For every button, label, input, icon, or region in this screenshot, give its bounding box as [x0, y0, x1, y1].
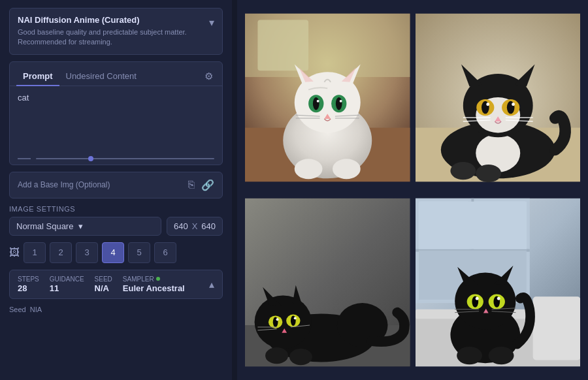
- prompt-weight-slider[interactable]: [36, 158, 214, 159]
- panel-divider: [232, 0, 237, 380]
- model-description: Good baseline quality and predictable su…: [18, 27, 209, 48]
- image-card-3[interactable]: [245, 193, 410, 372]
- size-row: Normal Square ▾ 640 X 640: [9, 217, 223, 236]
- step-btn-1[interactable]: 1: [24, 242, 46, 263]
- image-card-1[interactable]: [245, 8, 410, 187]
- image-card-4[interactable]: [416, 193, 581, 372]
- svg-point-35: [486, 103, 489, 106]
- size-select-value: Normal Square: [16, 221, 73, 231]
- svg-point-82: [475, 297, 478, 300]
- svg-rect-69: [418, 202, 526, 249]
- prompt-footer: [10, 154, 222, 165]
- svg-point-48: [255, 295, 312, 349]
- settings-gear-button[interactable]: ⚙: [202, 68, 216, 85]
- svg-point-13: [336, 97, 342, 110]
- cat-image-2: [416, 8, 581, 187]
- svg-point-59: [289, 349, 312, 365]
- model-name: NAI Diffusion Anime (Curated): [18, 15, 209, 25]
- svg-point-36: [512, 103, 515, 106]
- chevron-down-icon: ▾: [209, 16, 214, 29]
- svg-point-21: [295, 159, 323, 179]
- svg-point-55: [276, 318, 279, 321]
- base-image-label: Add a Base Img (Optional): [18, 180, 110, 189]
- image-settings-section: Image Settings Normal Square ▾ 640 X 640: [9, 205, 223, 236]
- sampler-param: Sampler Euler Ancestral: [123, 276, 185, 293]
- svg-point-58: [265, 347, 288, 364]
- step-btn-3[interactable]: 3: [76, 242, 98, 263]
- width-value: 640: [174, 221, 188, 231]
- height-value: 640: [201, 221, 216, 231]
- steps-param: Steps 28: [18, 276, 39, 293]
- size-chevron-icon: ▾: [78, 221, 83, 231]
- guidance-param: Guidance 11: [50, 276, 84, 293]
- seed-nia-row: Seed NIA: [9, 306, 223, 313]
- svg-point-22: [333, 159, 361, 179]
- size-select-wrapper[interactable]: Normal Square ▾: [9, 217, 161, 236]
- svg-point-83: [497, 297, 500, 300]
- guidance-param-value: 11: [50, 283, 84, 293]
- svg-point-89: [457, 347, 482, 364]
- svg-point-56: [294, 317, 297, 319]
- model-info: NAI Diffusion Anime (Curated) Good basel…: [18, 15, 209, 48]
- prompt-input[interactable]: cat: [10, 86, 222, 151]
- svg-point-12: [313, 97, 319, 110]
- base-image-row: Add a Base Img (Optional) ⎘ 🔗: [9, 172, 223, 198]
- svg-point-14: [317, 100, 319, 103]
- slider-marker: [18, 158, 31, 159]
- prompt-tabs: Prompt Undesired Content ⚙: [10, 62, 222, 86]
- copy-image-button[interactable]: ⎘: [188, 179, 195, 191]
- params-chevron-up-icon[interactable]: ▴: [209, 278, 214, 291]
- svg-point-90: [488, 347, 514, 364]
- size-x-label: X: [192, 221, 198, 231]
- svg-rect-2: [257, 20, 308, 71]
- guidance-param-label: Guidance: [50, 276, 84, 283]
- step-btn-6[interactable]: 6: [154, 242, 176, 263]
- sampler-param-label: Sampler: [123, 276, 185, 283]
- seed-nia-value: NIA: [30, 306, 42, 313]
- steps-icon: 🖼: [9, 247, 20, 259]
- seed-param-value: N/A: [95, 283, 112, 293]
- svg-point-42: [450, 162, 476, 180]
- step-btn-5[interactable]: 5: [128, 242, 150, 263]
- left-panel: NAI Diffusion Anime (Curated) Good basel…: [0, 0, 232, 380]
- tab-prompt[interactable]: Prompt: [16, 67, 59, 86]
- cat-image-4: [416, 193, 581, 372]
- svg-rect-73: [532, 296, 580, 360]
- model-selector[interactable]: NAI Diffusion Anime (Curated) Good basel…: [9, 8, 223, 55]
- sampler-status-dot: [156, 277, 160, 281]
- steps-row: 🖼 1 2 3 4 5 6: [9, 242, 223, 263]
- steps-param-value: 28: [18, 283, 39, 293]
- image-card-2[interactable]: [416, 8, 581, 187]
- image-gallery: [237, 0, 588, 380]
- size-dimensions: 640 X 640: [167, 217, 223, 236]
- tab-undesired[interactable]: Undesired Content: [59, 67, 143, 86]
- sampler-param-value: Euler Ancestral: [123, 283, 185, 293]
- prompt-section: Prompt Undesired Content ⚙ cat: [9, 61, 223, 165]
- steps-param-label: Steps: [18, 276, 39, 283]
- step-btn-2[interactable]: 2: [50, 242, 72, 263]
- svg-point-43: [476, 165, 501, 182]
- image-settings-label: Image Settings: [9, 205, 223, 213]
- seed-param-label: Seed: [95, 276, 112, 283]
- cat-image-3: [245, 193, 410, 372]
- seed-param: Seed N/A: [95, 276, 112, 293]
- seed-label: Seed: [9, 306, 26, 313]
- params-row: Steps 28 Guidance 11 Seed N/A Sampler Eu…: [9, 270, 223, 299]
- cat-image-1: [245, 8, 410, 187]
- base-image-icons: ⎘ 🔗: [188, 179, 214, 191]
- svg-point-15: [340, 100, 342, 103]
- link-image-button[interactable]: 🔗: [201, 179, 214, 191]
- step-btn-4[interactable]: 4: [102, 242, 124, 263]
